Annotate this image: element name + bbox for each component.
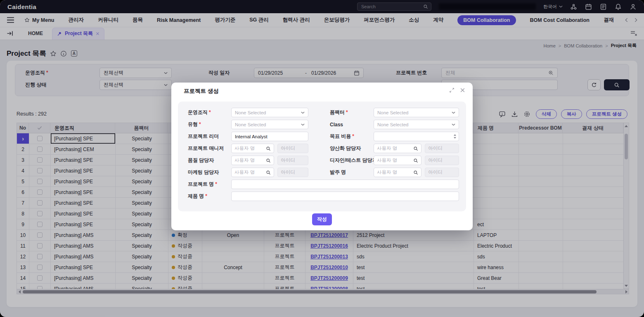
field-label: 목표 비용* — [312, 133, 374, 140]
field-label: Class — [312, 122, 374, 128]
user-field-group: 사용자 명아이디 — [231, 144, 308, 153]
required-asterisk: * — [205, 193, 207, 199]
select-value: None Selected — [377, 110, 408, 115]
modal-window-controls — [449, 88, 465, 93]
search-icon[interactable] — [266, 158, 271, 163]
user-name-field[interactable]: 사용자 명 — [231, 168, 274, 177]
field-label: 제품 명* — [188, 193, 231, 200]
field-label: 디자인/테스트 담당자 — [312, 157, 374, 164]
text-field[interactable] — [231, 192, 459, 201]
modal-title: 프로젝트 생성 — [184, 88, 219, 95]
submit-button[interactable]: 작성 — [312, 213, 332, 225]
field-label: 양산화 담당자 — [312, 145, 374, 152]
search-icon[interactable] — [413, 146, 418, 151]
user-id-placeholder: 아이디 — [428, 157, 443, 163]
select-value: None Selected — [235, 110, 266, 115]
search-icon[interactable] — [266, 146, 271, 151]
number-field[interactable] — [374, 132, 459, 141]
spinner-icon[interactable] — [454, 134, 456, 139]
text-field[interactable]: Internal Analyst — [231, 132, 308, 141]
select-field[interactable]: None Selected — [231, 108, 308, 117]
text-field[interactable] — [231, 180, 459, 189]
user-field-group: 사용자 명아이디 — [374, 156, 459, 165]
field-label: 프로젝트 매니저 — [188, 145, 231, 152]
field-label: 발주 명 — [312, 169, 374, 176]
required-asterisk: * — [199, 121, 201, 127]
user-name-field[interactable]: 사용자 명 — [374, 168, 421, 177]
chevron-down-icon — [452, 111, 455, 114]
chevron-down-icon — [452, 123, 455, 126]
field-label: 운영조직* — [188, 109, 231, 116]
chevron-down-icon — [301, 123, 305, 126]
select-field[interactable]: None Selected — [374, 120, 459, 129]
field-label: 유형* — [188, 121, 231, 128]
user-id-placeholder: 아이디 — [281, 145, 295, 151]
user-id-field[interactable]: 아이디 — [277, 168, 308, 177]
user-name-placeholder: 사용자 명 — [377, 169, 413, 175]
user-field-group: 사용자 명아이디 — [374, 168, 459, 177]
search-icon[interactable] — [413, 170, 418, 175]
user-name-field[interactable]: 사용자 명 — [231, 156, 274, 165]
user-id-field[interactable]: 아이디 — [277, 144, 308, 153]
user-name-field[interactable]: 사용자 명 — [374, 144, 421, 153]
modal-form-grid: 운영조직*None Selected폼팩터*None Selected유형*No… — [178, 102, 466, 207]
user-name-field[interactable]: 사용자 명 — [231, 144, 274, 153]
chevron-down-icon — [301, 111, 305, 114]
user-name-field[interactable]: 사용자 명 — [374, 156, 421, 165]
field-label: 프로젝트 명* — [188, 181, 231, 188]
select-field[interactable]: None Selected — [374, 108, 459, 117]
field-label: 폼팩터* — [312, 109, 374, 116]
field-label: 품질 담당자 — [188, 157, 231, 164]
create-project-modal: 프로젝트 생성 운영조직*None Selected폼팩터*None Selec… — [171, 83, 473, 230]
required-asterisk: * — [209, 109, 211, 115]
required-asterisk: * — [352, 133, 354, 139]
user-name-placeholder: 사용자 명 — [234, 157, 266, 163]
user-id-placeholder: 아이디 — [428, 169, 443, 175]
app-window: Caidentia 한국어 My Menu관리자커뮤니티품목Risk Manag… — [0, 0, 644, 317]
required-asterisk: * — [346, 109, 348, 115]
expand-icon[interactable] — [449, 88, 455, 93]
user-field-group: 사용자 명아이디 — [231, 156, 308, 165]
select-value: None Selected — [235, 122, 266, 127]
user-name-placeholder: 사용자 명 — [234, 145, 266, 151]
search-icon[interactable] — [266, 170, 271, 175]
select-field[interactable]: None Selected — [231, 120, 308, 129]
user-id-placeholder: 아이디 — [428, 145, 443, 151]
user-name-placeholder: 사용자 명 — [377, 145, 413, 151]
select-value: None Selected — [377, 122, 408, 127]
user-id-field[interactable]: 아이디 — [425, 168, 459, 177]
search-icon[interactable] — [413, 158, 418, 163]
user-name-placeholder: 사용자 명 — [377, 157, 413, 163]
user-id-placeholder: 아이디 — [281, 157, 295, 163]
user-field-group: 사용자 명아이디 — [231, 168, 308, 177]
user-id-field[interactable]: 아이디 — [425, 156, 459, 165]
modal-form-panel: 운영조직*None Selected폼팩터*None Selected유형*No… — [178, 102, 466, 211]
required-asterisk: * — [215, 181, 217, 187]
field-label: 프로젝트 리더 — [188, 133, 231, 140]
user-id-field[interactable]: 아이디 — [425, 144, 459, 153]
close-icon[interactable] — [460, 88, 465, 93]
user-id-field[interactable]: 아이디 — [277, 156, 308, 165]
user-field-group: 사용자 명아이디 — [374, 144, 459, 153]
user-id-placeholder: 아이디 — [281, 169, 295, 175]
field-label: 마케팅 담당자 — [188, 169, 231, 176]
user-name-placeholder: 사용자 명 — [234, 169, 266, 175]
